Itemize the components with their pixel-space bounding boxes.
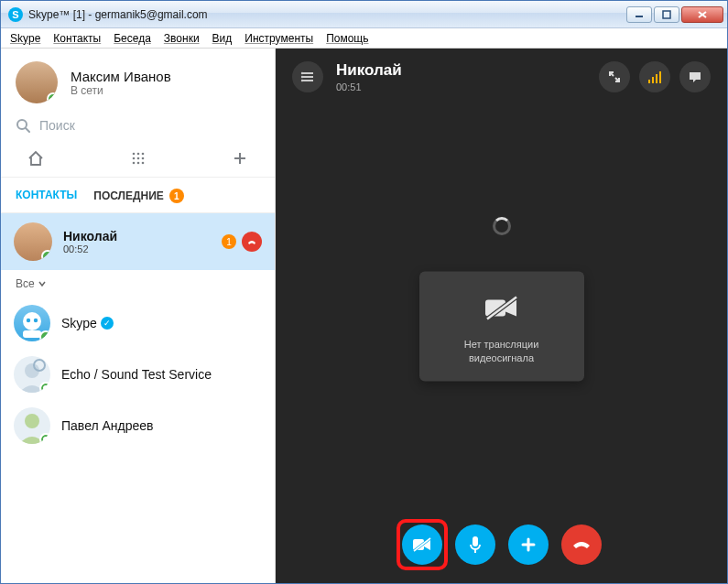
svg-rect-38 — [473, 536, 478, 546]
contact-unread-badge: 1 — [222, 234, 236, 249]
svg-line-31 — [615, 78, 618, 81]
svg-point-11 — [141, 157, 144, 160]
contacts-list: Skype ✓ Echo / Sound Test Service Павел … — [1, 297, 275, 451]
search-input[interactable]: Поиск — [1, 113, 275, 144]
svg-point-28 — [301, 76, 303, 78]
add-participant-button[interactable] — [508, 525, 549, 565]
svg-point-4 — [17, 120, 27, 129]
menu-help[interactable]: Помощь — [326, 32, 368, 45]
end-call-button[interactable] — [561, 525, 602, 565]
svg-point-27 — [301, 72, 303, 74]
menu-contacts[interactable]: Контакты — [53, 32, 101, 45]
skype-logo-icon: S — [8, 7, 23, 22]
svg-point-13 — [136, 162, 139, 165]
minimize-button[interactable] — [626, 6, 652, 23]
svg-point-19 — [34, 319, 38, 322]
contact-name: Skype — [61, 316, 97, 330]
profile-avatar — [16, 61, 58, 103]
svg-line-3 — [699, 12, 706, 17]
contact-avatar — [14, 222, 52, 261]
video-off-card: Нет трансляции видеосигнала — [419, 271, 584, 382]
window-titlebar: S Skype™ [1] - germanik5@gmail.com — [1, 1, 727, 28]
svg-point-21 — [25, 363, 39, 378]
tab-recent[interactable]: ПОСЛЕДНИЕ 1 — [93, 189, 184, 203]
camera-off-icon — [482, 295, 522, 320]
home-tab-icon[interactable] — [27, 149, 45, 168]
close-button[interactable] — [681, 6, 723, 23]
call-duration: 00:51 — [336, 81, 402, 92]
presence-away-icon — [39, 382, 50, 393]
dialpad-tab-icon[interactable] — [129, 149, 147, 168]
recent-badge: 1 — [169, 189, 184, 203]
svg-point-6 — [132, 153, 135, 156]
profile-status: В сети — [71, 84, 171, 97]
section-tabs: КОНТАКТЫ ПОСЛЕДНИЕ 1 — [1, 178, 275, 213]
svg-line-5 — [26, 128, 29, 132]
sidebar: Максим Иванов В сети Поиск КОНТАКТЫ ПОСЛ… — [1, 49, 276, 583]
call-quality-button[interactable] — [639, 61, 670, 92]
contact-name: Николай — [63, 229, 117, 243]
svg-point-9 — [132, 157, 135, 160]
contact-name: Echo / Sound Test Service — [61, 367, 212, 382]
window-title: Skype™ [1] - germanik5@gmail.com — [28, 8, 626, 21]
video-off-text-2: видеосигнала — [429, 351, 575, 365]
hangup-small-button[interactable] — [242, 232, 262, 252]
contact-avatar — [14, 305, 50, 341]
search-placeholder: Поиск — [39, 118, 75, 133]
svg-point-8 — [141, 153, 144, 156]
svg-rect-20 — [23, 330, 41, 338]
contact-avatar — [14, 356, 50, 393]
contact-call-time: 00:52 — [63, 243, 117, 254]
chevron-down-icon — [38, 280, 46, 287]
chat-toggle-button[interactable] — [679, 61, 711, 92]
presence-idle-icon — [39, 433, 50, 444]
svg-point-29 — [301, 80, 303, 81]
search-icon — [16, 118, 30, 133]
signal-bars-icon — [648, 70, 661, 83]
svg-line-30 — [611, 73, 614, 76]
svg-point-12 — [132, 162, 135, 165]
presence-online-icon — [39, 330, 50, 341]
svg-point-18 — [27, 319, 30, 322]
active-contact-row[interactable]: Николай 00:52 1 — [1, 213, 275, 270]
maximize-button[interactable] — [654, 6, 679, 23]
svg-point-22 — [34, 360, 45, 371]
svg-point-14 — [141, 162, 144, 165]
tab-recent-label: ПОСЛЕДНИЕ — [93, 189, 164, 202]
svg-line-33 — [487, 297, 516, 319]
profile-name: Максим Иванов — [71, 69, 171, 84]
menu-skype[interactable]: Skype — [10, 32, 40, 45]
call-menu-button[interactable] — [292, 61, 323, 92]
call-controls — [402, 525, 602, 565]
presence-online-icon — [41, 250, 52, 261]
menu-conversation[interactable]: Беседа — [114, 32, 151, 45]
menu-tools[interactable]: Инструменты — [244, 32, 313, 45]
toggle-mic-button[interactable] — [455, 525, 495, 565]
list-item-skype[interactable]: Skype ✓ — [1, 297, 275, 349]
contacts-filter[interactable]: Все — [1, 270, 275, 297]
svg-line-2 — [699, 12, 706, 17]
video-off-text-1: Нет трансляции — [429, 337, 575, 351]
call-pane: Николай 00:51 — [276, 49, 727, 583]
new-tab-icon[interactable] — [231, 149, 249, 168]
contact-avatar — [14, 407, 50, 444]
svg-point-23 — [25, 414, 39, 428]
contact-name: Павел Андреев — [61, 418, 154, 433]
view-tabs — [1, 144, 275, 178]
list-item-pavel[interactable]: Павел Андреев — [1, 400, 275, 451]
call-peer-name: Николай — [336, 61, 402, 80]
list-item-echo[interactable]: Echo / Sound Test Service — [1, 349, 275, 400]
loading-spinner-icon — [493, 217, 511, 235]
menu-calls[interactable]: Звонки — [164, 32, 200, 45]
svg-point-17 — [23, 312, 41, 330]
presence-online-icon — [47, 92, 58, 103]
menu-view[interactable]: Вид — [212, 32, 233, 45]
svg-line-34 — [487, 297, 516, 319]
tab-contacts[interactable]: КОНТАКТЫ — [16, 189, 77, 203]
annotation-highlight — [397, 519, 448, 570]
verified-badge-icon: ✓ — [101, 317, 114, 330]
svg-rect-1 — [663, 11, 670, 18]
svg-point-10 — [136, 157, 139, 160]
fullscreen-button[interactable] — [599, 61, 630, 92]
profile-block[interactable]: Максим Иванов В сети — [1, 49, 275, 113]
